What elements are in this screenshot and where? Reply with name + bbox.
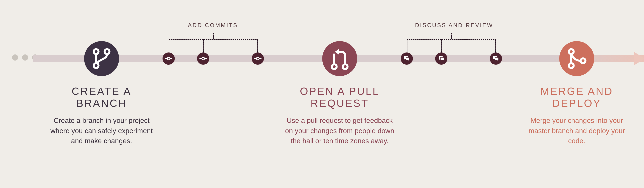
body-branch: Create a branch in your project where yo… (45, 115, 158, 146)
column-merge: MERGE AND DEPLOY Merge your changes into… (520, 85, 634, 146)
connector-commits-top (213, 33, 214, 39)
connector-discuss-top (451, 33, 452, 39)
svg-point-0 (94, 49, 98, 54)
label-discuss-review: DISCUSS AND REVIEW (415, 22, 493, 29)
svg-point-3 (167, 57, 170, 60)
commit-icon (200, 57, 207, 61)
git-branch-icon (92, 48, 112, 70)
node-commit-3 (252, 53, 264, 65)
node-merge-deploy (559, 41, 594, 76)
node-pull-request (322, 41, 357, 76)
svg-point-16 (581, 58, 586, 63)
chat-icon (492, 56, 499, 61)
body-pr: Use a pull request to get feedback on yo… (283, 115, 396, 146)
connector-commits (169, 39, 258, 55)
chat-icon (438, 56, 444, 61)
title-merge: MERGE AND DEPLOY (520, 85, 634, 109)
chat-icon (404, 56, 410, 61)
node-commit-1 (162, 53, 175, 65)
connector-discuss (407, 39, 496, 55)
node-commit-2 (197, 53, 209, 65)
pull-request-icon (329, 47, 350, 71)
node-discuss-2 (435, 53, 448, 65)
git-merge-icon (566, 48, 587, 70)
svg-point-12 (332, 64, 337, 69)
node-discuss-1 (401, 53, 413, 65)
node-discuss-3 (490, 53, 502, 65)
svg-point-9 (256, 57, 259, 60)
title-pr: OPEN A PULL REQUEST (283, 85, 396, 109)
column-pr: OPEN A PULL REQUEST Use a pull request t… (283, 85, 396, 146)
arrow-head-icon (634, 52, 644, 65)
node-create-branch (84, 41, 119, 76)
column-branch: CREATE A BRANCH Create a branch in your … (45, 85, 158, 146)
title-branch: CREATE A BRANCH (45, 85, 158, 109)
commit-icon (254, 57, 262, 61)
svg-point-2 (105, 49, 110, 54)
body-merge: Merge your changes into your master bran… (520, 115, 634, 146)
svg-point-14 (569, 49, 574, 54)
svg-point-15 (569, 63, 574, 68)
svg-point-6 (202, 57, 204, 60)
commit-icon (165, 57, 172, 61)
label-add-commits: ADD COMMITS (188, 22, 238, 29)
svg-point-13 (343, 64, 348, 69)
